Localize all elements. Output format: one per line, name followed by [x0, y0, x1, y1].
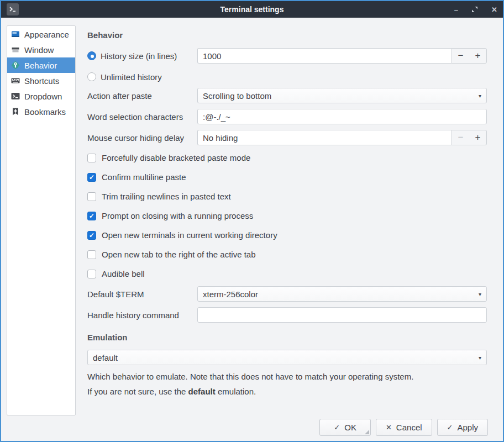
cancel-button-label: Cancel: [396, 423, 422, 432]
unlimited-history-radio[interactable]: [87, 72, 96, 81]
sidebar-item-label: Window: [24, 45, 54, 55]
trim-newlines-label[interactable]: Trim trailing newlines in pasted text: [102, 192, 231, 201]
display-icon: [11, 30, 20, 39]
chevron-down-icon: ▾: [479, 291, 481, 297]
maximize-button[interactable]: [471, 6, 478, 13]
dialog-footer: ✓ OK ✕ Cancel ✓ Apply: [319, 419, 488, 436]
ok-button-label: OK: [344, 423, 356, 432]
history-size-input[interactable]: [197, 48, 452, 64]
emulation-note-2: If you are not sure, use the default emu…: [87, 387, 487, 396]
sidebar-item-label: Bookmarks: [24, 107, 66, 117]
history-size-spinbox: − +: [197, 48, 487, 64]
action-after-paste-row: Action after paste Scrolling to bottom ▾: [87, 88, 487, 103]
close-icon: ✕: [386, 423, 392, 432]
sidebar-item-appearance[interactable]: Appearance: [7, 27, 75, 42]
cancel-button[interactable]: ✕ Cancel: [376, 419, 432, 436]
handle-history-row: Handle history command: [87, 307, 487, 323]
history-size-radio[interactable]: [87, 51, 96, 60]
word-selection-label: Word selection characters: [87, 112, 197, 122]
sidebar-item-behavior[interactable]: Behavior: [7, 57, 75, 73]
window-icon: [11, 45, 20, 54]
bookmark-plus-icon: [11, 107, 20, 116]
sidebar-item-window[interactable]: Window: [7, 42, 75, 57]
mouse-cursor-delay-decrement-button[interactable]: −: [452, 130, 469, 145]
mouse-cursor-delay-spinbox: − +: [197, 130, 487, 145]
window-title: Terminal settings: [1, 5, 503, 14]
audible-bell-label[interactable]: Audible bell: [102, 269, 145, 278]
close-button[interactable]: ✕: [491, 6, 497, 13]
mouse-cursor-delay-row: Mouse cursor hiding delay − +: [87, 130, 487, 145]
confirm-multiline-label[interactable]: Confirm multiline paste: [102, 172, 186, 182]
emulation-dropdown[interactable]: default ▾: [87, 350, 487, 365]
check-icon: ✓: [89, 174, 95, 181]
behavior-section-heading: Behavior: [87, 30, 487, 40]
open-tab-right-checkbox[interactable]: ✓: [87, 250, 96, 259]
window-controls: – ✕: [454, 6, 497, 13]
prompt-on-closing-checkbox[interactable]: ✓: [87, 212, 96, 220]
sidebar-item-label: Appearance: [24, 30, 69, 39]
sidebar-item-shortcuts[interactable]: Shortcuts: [7, 73, 75, 88]
sidebar-item-label: Behavior: [24, 61, 57, 70]
bracketed-paste-checkbox[interactable]: ✓: [87, 154, 96, 162]
action-after-paste-label: Action after paste: [87, 91, 197, 101]
prompt-on-closing-label[interactable]: Prompt on closing with a running process: [102, 211, 253, 220]
ok-button[interactable]: ✓ OK: [319, 419, 371, 436]
history-size-spin-buttons: − +: [452, 48, 487, 64]
confirm-multiline-checkbox-row: ✓ Confirm multiline paste: [87, 172, 487, 182]
emulation-note-2-suffix: emulation.: [216, 387, 256, 396]
check-icon: ✓: [334, 423, 340, 432]
history-size-increment-button[interactable]: +: [469, 49, 486, 63]
apply-button[interactable]: ✓ Apply: [437, 419, 488, 436]
sidebar-item-label: Dropdown: [24, 92, 62, 101]
behavior-settings-panel: Behavior History size (in lines) − + Unl…: [87, 25, 487, 396]
emulation-note-2-prefix: If you are not sure, use the: [87, 387, 188, 396]
default-term-value: xterm-256color: [203, 290, 479, 299]
handle-history-input[interactable]: [197, 307, 487, 323]
mouse-cursor-delay-label: Mouse cursor hiding delay: [87, 133, 197, 143]
default-term-label: Default $TERM: [87, 290, 197, 299]
open-in-cwd-label[interactable]: Open new terminals in current working di…: [102, 230, 277, 240]
keyboard-icon: [11, 76, 20, 85]
bracketed-paste-label[interactable]: Forcefully disable bracketed paste mode: [102, 153, 250, 162]
emulation-note-2-bold: default: [188, 387, 216, 396]
mouse-cursor-delay-input[interactable]: [197, 130, 452, 145]
sidebar-item-label: Shortcuts: [24, 76, 59, 86]
chevron-down-icon: ▾: [479, 355, 481, 361]
unlimited-history-row: Unlimited history: [87, 71, 487, 82]
terminal-app-icon[interactable]: [7, 3, 19, 15]
settings-category-sidebar: Appearance Window: [7, 25, 76, 415]
mouse-cursor-delay-increment-button[interactable]: +: [469, 130, 486, 145]
unlimited-history-label[interactable]: Unlimited history: [101, 72, 162, 82]
mouse-cursor-delay-spin-buttons: − +: [452, 130, 487, 145]
apply-button-label: Apply: [457, 423, 478, 432]
open-in-cwd-checkbox[interactable]: ✓: [87, 231, 96, 240]
handle-history-label: Handle history command: [87, 311, 197, 320]
word-selection-input[interactable]: [197, 109, 487, 124]
check-icon: ✓: [89, 232, 95, 239]
word-selection-row: Word selection characters: [87, 109, 487, 124]
gear-wrench-icon: [11, 61, 20, 70]
audible-bell-checkbox[interactable]: ✓: [87, 270, 96, 278]
open-tab-right-checkbox-row: ✓ Open new tab to the right of the activ…: [87, 250, 487, 259]
default-term-dropdown[interactable]: xterm-256color ▾: [197, 286, 487, 302]
check-icon: ✓: [89, 213, 95, 219]
sidebar-item-dropdown[interactable]: Dropdown: [7, 88, 75, 104]
action-after-paste-value: Scrolling to bottom: [203, 91, 479, 101]
open-in-cwd-checkbox-row: ✓ Open new terminals in current working …: [87, 230, 487, 240]
open-tab-right-label[interactable]: Open new tab to the right of the active …: [102, 250, 256, 259]
audible-bell-checkbox-row: ✓ Audible bell: [87, 269, 487, 278]
terminal-icon: [11, 92, 20, 101]
trim-newlines-checkbox[interactable]: ✓: [87, 192, 96, 201]
minimize-button[interactable]: –: [454, 6, 458, 13]
prompt-on-closing-checkbox-row: ✓ Prompt on closing with a running proce…: [87, 211, 487, 220]
check-icon: ✓: [447, 423, 453, 432]
history-size-label[interactable]: History size (in lines): [101, 51, 177, 61]
confirm-multiline-checkbox[interactable]: ✓: [87, 173, 96, 182]
bracketed-paste-checkbox-row: ✓ Forcefully disable bracketed paste mod…: [87, 153, 487, 162]
sidebar-item-bookmarks[interactable]: Bookmarks: [7, 104, 75, 119]
terminal-settings-window: Terminal settings – ✕ Appearance: [0, 0, 504, 442]
history-size-decrement-button[interactable]: −: [452, 49, 469, 63]
trim-newlines-checkbox-row: ✓ Trim trailing newlines in pasted text: [87, 192, 487, 201]
emulation-note-1: Which behavior to emulate. Note that thi…: [87, 372, 487, 381]
action-after-paste-dropdown[interactable]: Scrolling to bottom ▾: [197, 88, 487, 103]
